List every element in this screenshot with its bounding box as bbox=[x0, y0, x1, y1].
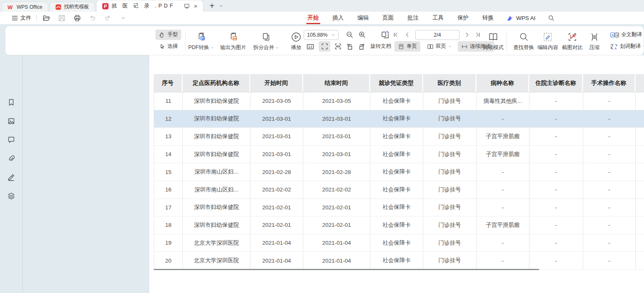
prev-page-icon[interactable] bbox=[403, 30, 411, 40]
play-button[interactable]: 播放 bbox=[287, 29, 305, 53]
wps-ai-logo-icon bbox=[507, 15, 514, 21]
thumbnails-panel-icon[interactable] bbox=[6, 116, 17, 127]
table-cell: 子宫平滑肌瘤 bbox=[477, 128, 529, 146]
pdf-convert-button[interactable]: W PDF转换 bbox=[182, 29, 220, 53]
toolbar-divider bbox=[507, 31, 507, 51]
find-replace-button[interactable]: 查找替换 bbox=[510, 29, 537, 53]
ribbon-tab-comment[interactable]: 批注 bbox=[407, 12, 419, 24]
ribbon-tab-insert[interactable]: 插入 bbox=[332, 12, 344, 24]
records-table: 序号 定点医药机构名称 开始时间 结束时间 就诊凭证类型 医疗类别 病种名称 住… bbox=[154, 74, 644, 270]
hand-tool-button[interactable]: 手型 bbox=[155, 30, 181, 40]
wps-ai-button[interactable]: WPS AI bbox=[507, 15, 536, 21]
column-header: 手术操作名称 bbox=[583, 74, 636, 92]
screenshot-compare-button[interactable]: 截图对比 bbox=[559, 29, 586, 53]
tab-document-pdf[interactable]: P 就 医 记 录 .PDF × bbox=[96, 0, 203, 12]
first-page-icon[interactable] bbox=[391, 30, 399, 40]
table-cell: 门诊挂号 bbox=[423, 146, 477, 164]
quick-access-chevron-icon[interactable] bbox=[119, 13, 128, 22]
edit-content-button[interactable]: 编辑内容 bbox=[534, 29, 561, 53]
replace-pages-icon[interactable] bbox=[380, 30, 390, 40]
compress-button[interactable]: 压缩 bbox=[584, 29, 605, 53]
table-cell: 门诊挂号 bbox=[423, 199, 477, 217]
attachments-panel-icon[interactable] bbox=[6, 153, 17, 164]
double-page-button[interactable]: 双页 bbox=[424, 41, 455, 52]
table-cell: 门诊挂号 bbox=[423, 110, 477, 128]
table-cell: 深圳市南山区妇... bbox=[183, 181, 250, 199]
table-row[interactable]: 20北京大学深圳医院2021-01-042021-01-04社会保障卡门诊挂号-… bbox=[154, 252, 644, 270]
open-file-icon[interactable] bbox=[42, 13, 51, 22]
page-indicator-input[interactable]: 2/4 bbox=[415, 30, 459, 40]
table-cell: 社会保障卡 bbox=[370, 128, 423, 146]
column-header: 医疗类别 bbox=[423, 74, 477, 92]
tab-list-chevron-icon[interactable] bbox=[219, 3, 224, 8]
table-cell: 社会保障卡 bbox=[370, 199, 423, 217]
split-merge-button[interactable]: 拆分合并 bbox=[246, 29, 286, 53]
full-translate-button[interactable]: A字 全文翻译 bbox=[607, 30, 644, 40]
new-tab-button[interactable]: + bbox=[210, 2, 215, 10]
table-row[interactable]: 16深圳市南山区妇...2021-02-022021-02-02社会保障卡门诊挂… bbox=[154, 181, 644, 199]
tab-wps-office[interactable]: W WPS Office bbox=[2, 2, 48, 12]
actual-size-button[interactable]: 1:1 bbox=[305, 42, 315, 52]
table-row[interactable]: 14深圳市妇幼保健院2021-03-012021-03-01社会保障卡门诊挂号子… bbox=[154, 146, 644, 164]
table-cell: - bbox=[583, 234, 636, 252]
ribbon-tab-page[interactable]: 页面 bbox=[382, 12, 394, 24]
redo-icon[interactable] bbox=[103, 13, 112, 22]
table-cell: 2021-02-01 bbox=[303, 216, 370, 234]
column-header bbox=[636, 74, 644, 92]
tab-label: WPS Office bbox=[17, 4, 42, 10]
signature-panel-icon[interactable] bbox=[6, 172, 17, 183]
play-icon bbox=[291, 32, 302, 42]
ribbon-search-icon[interactable] bbox=[548, 15, 555, 22]
next-page-icon[interactable] bbox=[463, 30, 471, 40]
table-row[interactable]: 15深圳市南山区妇...2021-02-282021-02-28社会保障卡门诊挂… bbox=[154, 163, 644, 181]
table-cell: 深圳市妇幼保健院 bbox=[183, 92, 250, 110]
ribbon-tab-home[interactable]: 开始 bbox=[307, 12, 320, 24]
undo-icon[interactable] bbox=[88, 13, 97, 22]
word-translate-button[interactable]: 字A 划词翻译 bbox=[607, 41, 644, 52]
svg-text:W: W bbox=[202, 37, 205, 40]
table-row[interactable]: 19北京大学深圳医院2021-01-042021-01-04社会保障卡门诊挂号-… bbox=[154, 234, 644, 252]
zoom-level-select[interactable]: 105.88% bbox=[304, 30, 339, 40]
tab-docer-templates[interactable]: 找稻壳模板 bbox=[50, 2, 95, 12]
export-as-image-button[interactable]: 输出为图片 bbox=[220, 29, 246, 53]
comments-panel-icon[interactable] bbox=[6, 134, 17, 145]
fit-width-button[interactable] bbox=[333, 42, 343, 52]
workspace: 手型 选择 W PDF转换 输出为图片 bbox=[0, 24, 644, 293]
table-cell: - bbox=[529, 216, 583, 234]
rotate-left-icon[interactable] bbox=[344, 42, 354, 52]
fit-page-button[interactable] bbox=[319, 41, 330, 52]
save-icon[interactable] bbox=[57, 13, 66, 22]
table-cell: 2021-03-01 bbox=[250, 146, 303, 164]
table-cell: 社会保障卡 bbox=[370, 216, 423, 234]
full-translate-icon: A字 bbox=[610, 32, 619, 38]
select-tool-button[interactable]: 选择 bbox=[155, 41, 181, 52]
ribbon-tab-tools[interactable]: 工具 bbox=[432, 12, 444, 24]
table-cell: 门诊挂号 bbox=[423, 216, 477, 234]
print-icon[interactable] bbox=[72, 13, 82, 22]
rotate-doc-label[interactable]: 旋转文档 bbox=[370, 43, 391, 50]
table-row[interactable]: 11深圳市妇幼保健院2021-03-052021-03-05社会保障卡门诊挂号病… bbox=[154, 92, 644, 110]
table-row[interactable]: 18深圳市妇幼保健院2021-02-012021-02-01社会保障卡门诊挂号子… bbox=[154, 216, 644, 234]
single-page-button[interactable]: 单页 bbox=[394, 41, 420, 52]
ribbon-tab-convert[interactable]: 转换 bbox=[482, 12, 494, 24]
table-row[interactable]: 12深圳市妇幼保健院2021-03-012021-03-01社会保障卡门诊挂号-… bbox=[154, 110, 644, 128]
rotate-right-icon[interactable] bbox=[357, 42, 367, 52]
ribbon-tab-edit[interactable]: 编辑 bbox=[357, 12, 369, 24]
table-row[interactable]: 17深圳市妇幼保健院2021-02-012021-02-01社会保障卡门诊挂号-… bbox=[154, 199, 644, 217]
page-nav-group: 2/4 单页 bbox=[391, 30, 494, 52]
detach-window-icon[interactable] bbox=[184, 3, 190, 9]
table-cell: 13 bbox=[154, 128, 183, 146]
bookmarks-panel-icon[interactable] bbox=[6, 97, 17, 108]
export-image-icon bbox=[228, 32, 238, 42]
layers-panel-icon[interactable] bbox=[6, 191, 17, 201]
ribbon-tab-protect[interactable]: 保护 bbox=[457, 12, 469, 24]
read-mode-button[interactable]: 阅读模式 bbox=[480, 29, 506, 53]
table-cell: 深圳市妇幼保健院 bbox=[183, 128, 250, 146]
table-row[interactable]: 13深圳市妇幼保健院2021-03-012021-03-01社会保障卡门诊挂号子… bbox=[154, 128, 644, 146]
table-cell: 2021-02-02 bbox=[250, 181, 303, 199]
close-tab-icon[interactable]: × bbox=[194, 3, 197, 9]
pdf-page[interactable]: 序号 定点医药机构名称 开始时间 结束时间 就诊凭证类型 医疗类别 病种名称 住… bbox=[149, 55, 644, 293]
file-menu-button[interactable]: 文件 bbox=[12, 14, 31, 22]
table-bottom-border bbox=[154, 269, 539, 270]
table-cell: 2021-01-04 bbox=[250, 234, 303, 252]
